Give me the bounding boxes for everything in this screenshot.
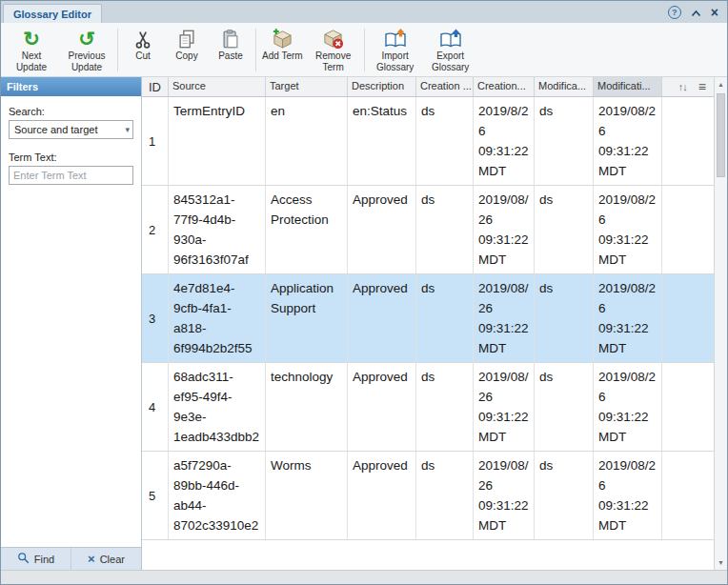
main-content: Filters Search: Source and target ▾ Term… [1, 77, 727, 570]
term-text-label: Term Text: [9, 151, 133, 163]
cell-empty [662, 97, 714, 185]
copy-icon [176, 27, 197, 50]
remove-term-label: Remove Term [309, 50, 358, 73]
next-update-label: Next Update [7, 50, 56, 73]
cell-description: en:Status [348, 97, 416, 185]
scroll-down-arrow-icon[interactable]: ▼ [715, 555, 727, 570]
cell-empty [662, 452, 714, 539]
import-glossary-button[interactable]: Import Glossary [368, 25, 423, 75]
find-label: Find [34, 554, 54, 565]
import-book-icon [384, 27, 407, 50]
cell-id: 5 [142, 452, 169, 539]
sort-down-arrow: ↓ [682, 81, 687, 92]
help-icon[interactable]: ? [668, 6, 681, 19]
search-label: Search: [9, 106, 133, 117]
cell-target: Application Support [266, 274, 348, 362]
cell-creation-user: ds [416, 363, 474, 451]
remove-term-cube-icon [322, 27, 344, 50]
table-row[interactable]: 4 68adc311-ef95-49f4-9e3e-1eadb433dbb2 t… [142, 363, 714, 452]
clear-button[interactable]: × Clear [71, 548, 141, 570]
cell-id: 3 [142, 274, 169, 362]
cell-source: 845312a1-77f9-4d4b-930a-96f3163f07af [169, 186, 266, 273]
close-icon[interactable]: × [711, 6, 718, 19]
cell-creation-user: ds [416, 186, 474, 273]
column-header-creation-date[interactable]: Creation... [474, 77, 535, 96]
table-row[interactable]: 2 845312a1-77f9-4d4b-930a-96f3163f07af A… [142, 186, 714, 274]
glossary-grid: ID Source Target Description Creation ..… [142, 77, 714, 570]
magnifier-icon [17, 552, 30, 566]
column-header-description[interactable]: Description [348, 77, 416, 96]
glossary-table: ID Source Target Description Creation ..… [142, 77, 727, 570]
collapse-ribbon-icon[interactable] [691, 4, 701, 21]
scissors-icon [132, 27, 153, 50]
cell-description: Approved [348, 452, 416, 539]
column-header-modification-user[interactable]: Modifica... [535, 77, 594, 96]
cell-creation-date: 2019/08/26 09:31:22 MDT [474, 186, 535, 273]
cell-empty [662, 186, 714, 273]
cell-modification-user: ds [535, 452, 594, 539]
toolbar-separator [255, 29, 256, 71]
filters-footer: Find × Clear [1, 547, 141, 570]
previous-update-button[interactable]: ↺ Previous Update [59, 25, 114, 75]
tab-glossary-editor[interactable]: Glossary Editor [3, 4, 102, 23]
cell-modification-user: ds [535, 274, 594, 362]
remove-term-button[interactable]: Remove Term [306, 25, 361, 75]
add-term-button[interactable]: Add Term [259, 25, 306, 75]
vertical-scrollbar[interactable]: ▲ ▼ [714, 77, 727, 570]
export-glossary-button[interactable]: Export Glossary [423, 25, 478, 75]
cell-target: technology [266, 363, 348, 451]
table-row-selected[interactable]: 3 4e7d81e4-9cfb-4fa1-a818-6f994b2b2f55 A… [142, 274, 714, 363]
scrollbar-track[interactable] [715, 91, 727, 555]
column-header-modification-date[interactable]: Modificati... [594, 77, 662, 96]
search-scope-select[interactable]: Source and target ▾ [9, 120, 133, 139]
column-header-id[interactable]: ID [142, 77, 169, 96]
cell-source: 68adc311-ef95-49f4-9e3e-1eadb433dbb2 [169, 363, 266, 451]
next-update-button[interactable]: ↻ Next Update [4, 25, 59, 75]
term-text-input[interactable] [9, 166, 133, 185]
cell-id: 4 [142, 363, 169, 451]
filters-title: Filters [7, 81, 38, 92]
column-header-target[interactable]: Target [266, 77, 348, 96]
toolbar-separator [117, 29, 118, 71]
copy-label: Copy [175, 50, 197, 62]
column-header-source[interactable]: Source [169, 77, 266, 96]
cell-source: 4e7d81e4-9cfb-4fa1-a818-6f994b2b2f55 [169, 274, 266, 362]
cell-creation-date: 2019/08/26 09:31:22 MDT [474, 452, 535, 539]
column-menu-icon[interactable]: ≡ [698, 80, 706, 93]
export-book-icon [439, 27, 462, 50]
cut-label: Cut [135, 50, 151, 62]
filters-panel: Filters Search: Source and target ▾ Term… [1, 77, 142, 570]
clear-x-icon: × [88, 553, 95, 565]
cell-modification-date: 2019/08/26 09:31:22 MDT [594, 186, 662, 273]
cut-button[interactable]: Cut [121, 25, 165, 75]
table-row[interactable]: 1 TermEntryID en en:Status ds 2019/8/26 … [142, 97, 714, 186]
sort-icon[interactable]: ↑ ↓ [678, 81, 687, 92]
scrollbar-thumb[interactable] [717, 93, 725, 177]
glossary-editor-window: Glossary Editor ? × ↻ Next Update ↺ Prev… [0, 0, 728, 585]
copy-button[interactable]: Copy [165, 25, 209, 75]
cell-target: en [266, 97, 348, 185]
paste-button[interactable]: Paste [209, 25, 253, 75]
cell-modification-user: ds [535, 186, 594, 273]
cell-modification-date: 2019/08/26 09:31:22 MDT [594, 97, 662, 185]
column-header-creation-user[interactable]: Creation ... [416, 77, 474, 96]
cell-creation-date: 2019/08/26 09:31:22 MDT [474, 363, 535, 451]
refresh-ccw-icon: ↺ [78, 29, 95, 49]
table-body: 1 TermEntryID en en:Status ds 2019/8/26 … [142, 97, 714, 570]
cell-modification-date: 2019/08/26 09:31:22 MDT [594, 452, 662, 539]
cell-description: Approved [348, 186, 416, 273]
import-glossary-label: Import Glossary [371, 50, 420, 73]
cell-creation-date: 2019/08/26 09:31:22 MDT [474, 274, 535, 362]
find-button[interactable]: Find [1, 548, 71, 570]
filters-panel-header: Filters [1, 77, 141, 96]
toolbar-separator [364, 29, 365, 71]
document-tab-bar: Glossary Editor ? × [1, 1, 727, 23]
cell-empty [662, 274, 714, 362]
toolbar: ↻ Next Update ↺ Previous Update Cut [1, 23, 727, 77]
paste-label: Paste [218, 50, 243, 62]
cell-empty [662, 363, 714, 451]
table-row[interactable]: 5 a5f7290a-89bb-446d-ab44-8702c33910e2 W… [142, 452, 714, 540]
tab-label: Glossary Editor [13, 9, 91, 20]
scroll-up-arrow-icon[interactable]: ▲ [715, 77, 727, 91]
cell-modification-date: 2019/08/26 09:31:22 MDT [594, 363, 662, 451]
